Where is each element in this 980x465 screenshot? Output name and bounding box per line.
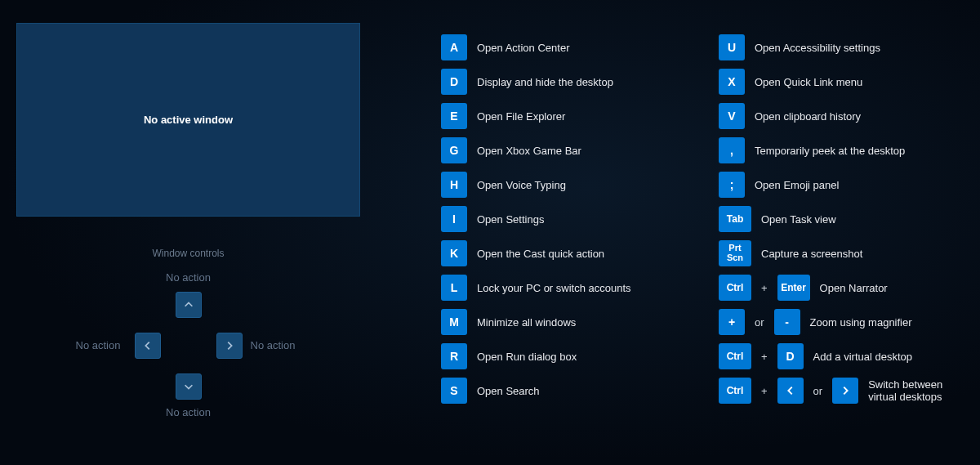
shortcut-description: Open Run dialog box bbox=[477, 351, 577, 363]
keycap: D bbox=[777, 343, 804, 369]
chevron-up-icon bbox=[183, 299, 194, 311]
shortcut-description: Open Task view bbox=[761, 213, 836, 226]
shortcut-description: Open Emoji panel bbox=[755, 179, 839, 191]
dpad-up-label: No action bbox=[166, 271, 211, 284]
keycap-arrow-right bbox=[832, 378, 858, 404]
shortcut-row: AOpen Action Center bbox=[441, 34, 686, 60]
keycap: M bbox=[441, 309, 467, 335]
key-connector: or bbox=[755, 316, 764, 329]
shortcut-description: Add a virtual desktop bbox=[813, 351, 912, 363]
shortcut-description: Open the Cast quick action bbox=[477, 248, 604, 260]
shortcut-row: TabOpen Task view bbox=[719, 206, 964, 232]
keycap-arrow-left bbox=[777, 378, 804, 404]
shortcut-description: Display and hide the desktop bbox=[477, 76, 613, 88]
shortcut-row: Ctrl+EnterOpen Narrator bbox=[719, 275, 964, 301]
shortcut-row: ROpen Run dialog box bbox=[441, 343, 686, 369]
key-connector: or bbox=[813, 385, 823, 397]
shortcut-row: PrtScnCapture a screenshot bbox=[719, 240, 964, 266]
shortcut-row: VOpen clipboard history bbox=[719, 103, 964, 129]
shortcut-description: Open Voice Typing bbox=[477, 179, 566, 191]
chevron-left-icon bbox=[785, 385, 796, 396]
keycap: Tab bbox=[719, 206, 751, 232]
keycap: H bbox=[441, 172, 467, 198]
shortcut-description: Open Settings bbox=[477, 213, 544, 226]
shortcut-description: Open Accessibility settings bbox=[755, 42, 880, 54]
shortcut-description: Open clipboard history bbox=[755, 110, 861, 123]
shortcut-row: UOpen Accessibility settings bbox=[719, 34, 964, 60]
keycap: L bbox=[441, 275, 467, 301]
window-controls-title: Window controls bbox=[16, 248, 360, 259]
shortcut-description: Capture a screenshot bbox=[761, 248, 862, 260]
keycap: U bbox=[719, 34, 745, 60]
shortcut-row: ;Open Emoji panel bbox=[719, 172, 964, 198]
shortcut-description: Zoom using magnifier bbox=[810, 316, 912, 329]
shortcuts-column-2: UOpen Accessibility settingsXOpen Quick … bbox=[719, 34, 964, 449]
dpad-up-button[interactable] bbox=[176, 292, 202, 318]
keycap: S bbox=[441, 378, 467, 404]
shortcut-row: Ctrl+DAdd a virtual desktop bbox=[719, 343, 964, 369]
window-controls-section: Window controls No action No action No a… bbox=[16, 248, 360, 439]
dpad-left-label: No action bbox=[76, 339, 121, 351]
chevron-left-icon bbox=[142, 340, 154, 351]
shortcut-row: DDisplay and hide the desktop bbox=[441, 69, 686, 95]
shortcuts-column-1: AOpen Action CenterDDisplay and hide the… bbox=[441, 34, 686, 449]
shortcut-description: Open Search bbox=[477, 385, 540, 397]
preview-window: No active window bbox=[16, 23, 360, 217]
key-connector: + bbox=[761, 385, 768, 397]
chevron-right-icon bbox=[224, 340, 235, 351]
keycap: I bbox=[441, 206, 467, 232]
shortcut-row: EOpen File Explorer bbox=[441, 103, 686, 129]
dpad-down-label: No action bbox=[166, 406, 211, 418]
shortcut-row: +or-Zoom using magnifier bbox=[719, 309, 964, 335]
keycap: ; bbox=[719, 172, 745, 198]
dpad: No action No action No action No action bbox=[91, 275, 287, 439]
keycap: G bbox=[441, 137, 467, 163]
keycap: D bbox=[441, 69, 467, 95]
keycap: + bbox=[719, 309, 745, 335]
shortcut-row: HOpen Voice Typing bbox=[441, 172, 686, 198]
keycap: K bbox=[441, 240, 467, 266]
chevron-down-icon bbox=[183, 381, 194, 392]
key-connector: + bbox=[761, 351, 768, 363]
shortcut-description: Open Xbox Game Bar bbox=[477, 145, 581, 157]
shortcuts-panel: AOpen Action CenterDDisplay and hide the… bbox=[376, 0, 980, 465]
shortcut-description: Open File Explorer bbox=[477, 110, 565, 123]
shortcut-description: Lock your PC or switch accounts bbox=[477, 282, 631, 294]
shortcut-row: Ctrl+orSwitch between virtual desktops bbox=[719, 378, 964, 404]
shortcut-description: Temporarily peek at the desktop bbox=[755, 145, 905, 157]
keycap: Ctrl bbox=[719, 378, 751, 404]
keycap: A bbox=[441, 34, 467, 60]
keycap: Ctrl bbox=[719, 275, 751, 301]
key-connector: + bbox=[761, 282, 768, 294]
shortcut-row: IOpen Settings bbox=[441, 206, 686, 232]
keycap: , bbox=[719, 137, 745, 163]
shortcut-row: ,Temporarily peek at the desktop bbox=[719, 137, 964, 163]
shortcut-row: GOpen Xbox Game Bar bbox=[441, 137, 686, 163]
dpad-right-button[interactable] bbox=[216, 333, 243, 359]
keycap: X bbox=[719, 69, 745, 95]
keycap: PrtScn bbox=[719, 240, 751, 266]
dpad-left-button[interactable] bbox=[135, 333, 161, 359]
keycap: E bbox=[441, 103, 467, 129]
dpad-down-button[interactable] bbox=[176, 373, 202, 400]
shortcut-row: MMinimize all windows bbox=[441, 309, 686, 335]
shortcut-description: Minimize all windows bbox=[477, 316, 576, 329]
chevron-right-icon bbox=[840, 385, 851, 396]
dpad-right-label: No action bbox=[251, 339, 296, 351]
keycap: - bbox=[774, 309, 800, 335]
shortcut-row: LLock your PC or switch accounts bbox=[441, 275, 686, 301]
preview-text: No active window bbox=[144, 114, 233, 126]
shortcut-description: Open Narrator bbox=[820, 282, 888, 294]
shortcut-row: SOpen Search bbox=[441, 378, 686, 404]
shortcut-description: Switch between virtual desktops bbox=[868, 378, 964, 403]
shortcut-description: Open Action Center bbox=[477, 42, 569, 54]
keycap: Ctrl bbox=[719, 343, 751, 369]
keycap: V bbox=[719, 103, 745, 129]
shortcut-row: XOpen Quick Link menu bbox=[719, 69, 964, 95]
keycap: Enter bbox=[777, 275, 810, 301]
shortcut-description: Open Quick Link menu bbox=[755, 76, 862, 88]
shortcut-row: KOpen the Cast quick action bbox=[441, 240, 686, 266]
keycap: R bbox=[441, 343, 467, 369]
